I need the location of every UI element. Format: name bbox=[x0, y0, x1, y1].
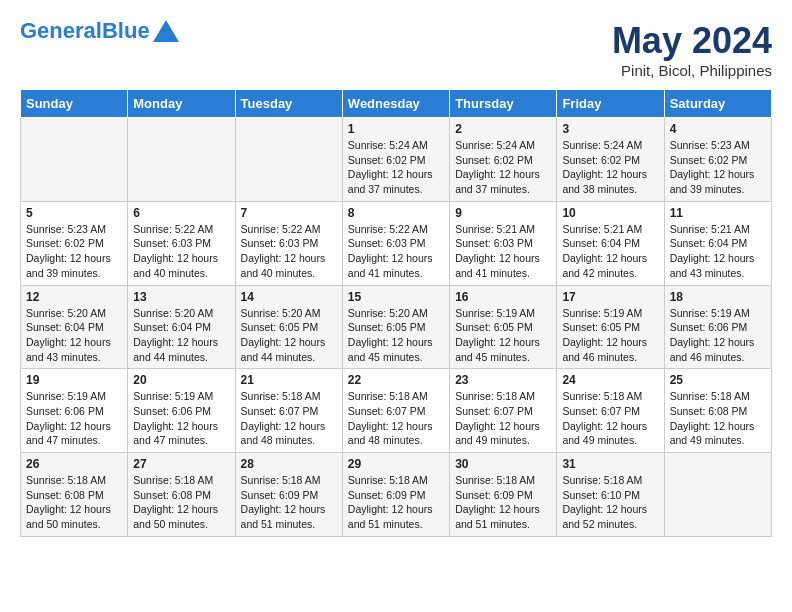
day-info: Sunrise: 5:22 AM Sunset: 6:03 PM Dayligh… bbox=[133, 222, 229, 281]
day-number: 9 bbox=[455, 206, 551, 220]
day-info: Sunrise: 5:24 AM Sunset: 6:02 PM Dayligh… bbox=[562, 138, 658, 197]
header-row: SundayMondayTuesdayWednesdayThursdayFrid… bbox=[21, 90, 772, 118]
day-info: Sunrise: 5:20 AM Sunset: 6:04 PM Dayligh… bbox=[26, 306, 122, 365]
calendar-cell: 30Sunrise: 5:18 AM Sunset: 6:09 PM Dayli… bbox=[450, 453, 557, 537]
day-number: 11 bbox=[670, 206, 766, 220]
day-number: 6 bbox=[133, 206, 229, 220]
header-cell-wednesday: Wednesday bbox=[342, 90, 449, 118]
day-number: 12 bbox=[26, 290, 122, 304]
calendar-cell: 11Sunrise: 5:21 AM Sunset: 6:04 PM Dayli… bbox=[664, 201, 771, 285]
title-block: May 2024 Pinit, Bicol, Philippines bbox=[612, 20, 772, 79]
day-info: Sunrise: 5:19 AM Sunset: 6:06 PM Dayligh… bbox=[26, 389, 122, 448]
calendar-cell: 20Sunrise: 5:19 AM Sunset: 6:06 PM Dayli… bbox=[128, 369, 235, 453]
day-number: 22 bbox=[348, 373, 444, 387]
calendar-cell: 29Sunrise: 5:18 AM Sunset: 6:09 PM Dayli… bbox=[342, 453, 449, 537]
calendar-table: SundayMondayTuesdayWednesdayThursdayFrid… bbox=[20, 89, 772, 537]
week-row-5: 26Sunrise: 5:18 AM Sunset: 6:08 PM Dayli… bbox=[21, 453, 772, 537]
calendar-cell: 25Sunrise: 5:18 AM Sunset: 6:08 PM Dayli… bbox=[664, 369, 771, 453]
day-number: 8 bbox=[348, 206, 444, 220]
calendar-cell: 18Sunrise: 5:19 AM Sunset: 6:06 PM Dayli… bbox=[664, 285, 771, 369]
day-number: 4 bbox=[670, 122, 766, 136]
day-info: Sunrise: 5:24 AM Sunset: 6:02 PM Dayligh… bbox=[348, 138, 444, 197]
day-info: Sunrise: 5:21 AM Sunset: 6:04 PM Dayligh… bbox=[670, 222, 766, 281]
week-row-1: 1Sunrise: 5:24 AM Sunset: 6:02 PM Daylig… bbox=[21, 118, 772, 202]
day-info: Sunrise: 5:22 AM Sunset: 6:03 PM Dayligh… bbox=[241, 222, 337, 281]
calendar-cell: 3Sunrise: 5:24 AM Sunset: 6:02 PM Daylig… bbox=[557, 118, 664, 202]
day-info: Sunrise: 5:23 AM Sunset: 6:02 PM Dayligh… bbox=[670, 138, 766, 197]
calendar-cell: 24Sunrise: 5:18 AM Sunset: 6:07 PM Dayli… bbox=[557, 369, 664, 453]
day-info: Sunrise: 5:18 AM Sunset: 6:10 PM Dayligh… bbox=[562, 473, 658, 532]
calendar-cell: 21Sunrise: 5:18 AM Sunset: 6:07 PM Dayli… bbox=[235, 369, 342, 453]
location-title: Pinit, Bicol, Philippines bbox=[612, 62, 772, 79]
day-number: 16 bbox=[455, 290, 551, 304]
day-info: Sunrise: 5:20 AM Sunset: 6:05 PM Dayligh… bbox=[241, 306, 337, 365]
day-info: Sunrise: 5:18 AM Sunset: 6:07 PM Dayligh… bbox=[455, 389, 551, 448]
day-info: Sunrise: 5:22 AM Sunset: 6:03 PM Dayligh… bbox=[348, 222, 444, 281]
day-number: 1 bbox=[348, 122, 444, 136]
day-number: 27 bbox=[133, 457, 229, 471]
calendar-cell: 2Sunrise: 5:24 AM Sunset: 6:02 PM Daylig… bbox=[450, 118, 557, 202]
calendar-cell: 4Sunrise: 5:23 AM Sunset: 6:02 PM Daylig… bbox=[664, 118, 771, 202]
calendar-cell bbox=[128, 118, 235, 202]
day-info: Sunrise: 5:18 AM Sunset: 6:07 PM Dayligh… bbox=[348, 389, 444, 448]
logo: GeneralBlue bbox=[20, 20, 179, 42]
day-number: 14 bbox=[241, 290, 337, 304]
logo-general: General bbox=[20, 18, 102, 43]
calendar-cell: 14Sunrise: 5:20 AM Sunset: 6:05 PM Dayli… bbox=[235, 285, 342, 369]
calendar-cell bbox=[235, 118, 342, 202]
header-cell-monday: Monday bbox=[128, 90, 235, 118]
calendar-cell: 6Sunrise: 5:22 AM Sunset: 6:03 PM Daylig… bbox=[128, 201, 235, 285]
calendar-cell: 17Sunrise: 5:19 AM Sunset: 6:05 PM Dayli… bbox=[557, 285, 664, 369]
calendar-cell: 15Sunrise: 5:20 AM Sunset: 6:05 PM Dayli… bbox=[342, 285, 449, 369]
day-number: 13 bbox=[133, 290, 229, 304]
month-title: May 2024 bbox=[612, 20, 772, 62]
day-info: Sunrise: 5:21 AM Sunset: 6:04 PM Dayligh… bbox=[562, 222, 658, 281]
calendar-cell: 12Sunrise: 5:20 AM Sunset: 6:04 PM Dayli… bbox=[21, 285, 128, 369]
calendar-cell: 9Sunrise: 5:21 AM Sunset: 6:03 PM Daylig… bbox=[450, 201, 557, 285]
calendar-cell: 19Sunrise: 5:19 AM Sunset: 6:06 PM Dayli… bbox=[21, 369, 128, 453]
day-info: Sunrise: 5:18 AM Sunset: 6:07 PM Dayligh… bbox=[562, 389, 658, 448]
day-number: 20 bbox=[133, 373, 229, 387]
day-number: 29 bbox=[348, 457, 444, 471]
header: GeneralBlue May 2024 Pinit, Bicol, Phili… bbox=[20, 20, 772, 79]
calendar-cell: 28Sunrise: 5:18 AM Sunset: 6:09 PM Dayli… bbox=[235, 453, 342, 537]
header-cell-sunday: Sunday bbox=[21, 90, 128, 118]
calendar-cell: 10Sunrise: 5:21 AM Sunset: 6:04 PM Dayli… bbox=[557, 201, 664, 285]
day-info: Sunrise: 5:19 AM Sunset: 6:06 PM Dayligh… bbox=[670, 306, 766, 365]
calendar-cell: 16Sunrise: 5:19 AM Sunset: 6:05 PM Dayli… bbox=[450, 285, 557, 369]
logo-icon bbox=[153, 20, 179, 42]
week-row-3: 12Sunrise: 5:20 AM Sunset: 6:04 PM Dayli… bbox=[21, 285, 772, 369]
day-info: Sunrise: 5:18 AM Sunset: 6:08 PM Dayligh… bbox=[670, 389, 766, 448]
day-number: 7 bbox=[241, 206, 337, 220]
day-number: 5 bbox=[26, 206, 122, 220]
calendar-cell bbox=[21, 118, 128, 202]
day-info: Sunrise: 5:18 AM Sunset: 6:08 PM Dayligh… bbox=[26, 473, 122, 532]
header-cell-saturday: Saturday bbox=[664, 90, 771, 118]
calendar-cell: 26Sunrise: 5:18 AM Sunset: 6:08 PM Dayli… bbox=[21, 453, 128, 537]
day-info: Sunrise: 5:18 AM Sunset: 6:09 PM Dayligh… bbox=[455, 473, 551, 532]
day-info: Sunrise: 5:18 AM Sunset: 6:09 PM Dayligh… bbox=[241, 473, 337, 532]
day-info: Sunrise: 5:19 AM Sunset: 6:06 PM Dayligh… bbox=[133, 389, 229, 448]
day-number: 23 bbox=[455, 373, 551, 387]
week-row-2: 5Sunrise: 5:23 AM Sunset: 6:02 PM Daylig… bbox=[21, 201, 772, 285]
day-number: 10 bbox=[562, 206, 658, 220]
day-info: Sunrise: 5:21 AM Sunset: 6:03 PM Dayligh… bbox=[455, 222, 551, 281]
day-number: 2 bbox=[455, 122, 551, 136]
day-number: 3 bbox=[562, 122, 658, 136]
calendar-cell bbox=[664, 453, 771, 537]
header-cell-friday: Friday bbox=[557, 90, 664, 118]
calendar-cell: 22Sunrise: 5:18 AM Sunset: 6:07 PM Dayli… bbox=[342, 369, 449, 453]
day-number: 24 bbox=[562, 373, 658, 387]
calendar-cell: 13Sunrise: 5:20 AM Sunset: 6:04 PM Dayli… bbox=[128, 285, 235, 369]
day-number: 25 bbox=[670, 373, 766, 387]
svg-marker-0 bbox=[153, 20, 179, 42]
day-info: Sunrise: 5:18 AM Sunset: 6:07 PM Dayligh… bbox=[241, 389, 337, 448]
calendar-cell: 7Sunrise: 5:22 AM Sunset: 6:03 PM Daylig… bbox=[235, 201, 342, 285]
day-number: 30 bbox=[455, 457, 551, 471]
day-info: Sunrise: 5:24 AM Sunset: 6:02 PM Dayligh… bbox=[455, 138, 551, 197]
day-number: 18 bbox=[670, 290, 766, 304]
header-cell-tuesday: Tuesday bbox=[235, 90, 342, 118]
day-number: 31 bbox=[562, 457, 658, 471]
calendar-cell: 5Sunrise: 5:23 AM Sunset: 6:02 PM Daylig… bbox=[21, 201, 128, 285]
week-row-4: 19Sunrise: 5:19 AM Sunset: 6:06 PM Dayli… bbox=[21, 369, 772, 453]
